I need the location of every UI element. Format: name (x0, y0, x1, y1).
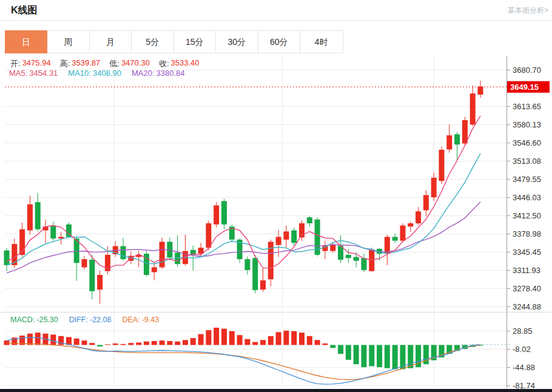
macd-bar (128, 343, 133, 345)
candle-body (152, 268, 157, 272)
macd-bar (369, 345, 374, 367)
price-axis-label: 3311.93 (513, 266, 540, 275)
price-axis-label: 3345.45 (513, 248, 541, 257)
macd-value: -25.30 (36, 316, 58, 324)
candle-body (330, 245, 335, 251)
candle-body (369, 250, 374, 271)
price-axis-label: 3446.03 (513, 193, 541, 202)
macd-bar (229, 331, 235, 345)
macd-bar (27, 334, 33, 345)
macd-axis-label: -8.02 (513, 345, 531, 354)
price-axis-label: 3546.60 (513, 138, 541, 147)
macd-bar (244, 339, 250, 345)
macd-bar (268, 336, 274, 345)
candle-body (35, 202, 41, 229)
high-value: 3539.87 (72, 58, 100, 69)
candle-body (221, 201, 227, 224)
macd-bar (198, 334, 204, 345)
macd-bar (82, 340, 87, 345)
macd-bar (291, 331, 297, 345)
macd-bar (121, 344, 126, 345)
macd-label: MACD: (10, 316, 35, 324)
macd-bar (35, 333, 41, 345)
macd-bar (214, 328, 219, 345)
macd-bar (346, 345, 351, 360)
ma20-value: 3380.84 (157, 69, 185, 78)
ma5-value: 3454.31 (29, 69, 58, 78)
candle-body (27, 204, 33, 231)
macd-bar (283, 331, 289, 345)
close-value: 3533.40 (171, 58, 200, 69)
current-price-text: 3649.15 (510, 83, 539, 92)
macd-bar (377, 345, 382, 368)
price-axis-label: 3680.70 (513, 66, 541, 75)
macd-bar (206, 330, 211, 345)
macd-bar (105, 345, 110, 345)
low-label: 低: (109, 58, 119, 69)
macd-bar (136, 342, 141, 345)
price-axis-label: 3580.13 (513, 120, 541, 129)
price-axis-label: 3613.65 (513, 102, 541, 111)
open-label: 开: (10, 58, 21, 69)
price-axis-label: 3278.40 (513, 284, 541, 293)
candle-body (462, 120, 468, 143)
candle-body (408, 223, 413, 226)
macd-bar (97, 345, 103, 346)
macd-bar (260, 340, 266, 345)
candle-body (97, 275, 103, 289)
candle-body (431, 178, 437, 197)
macd-bar (330, 345, 335, 348)
candle-body (291, 231, 297, 243)
candle-body (346, 255, 351, 258)
kline-page: K线图 基本面分析> 日周月5分15分30分60分4时 3680.703613.… (0, 0, 552, 392)
candle-body (276, 237, 281, 245)
candle-body (361, 258, 366, 270)
macd-bar (113, 343, 118, 345)
price-axis-label: 3479.55 (513, 175, 541, 184)
macd-axis-label: 28.85 (513, 326, 533, 336)
candle-body (252, 258, 258, 290)
ma10-label: MA10: (68, 69, 91, 78)
macd-bar (144, 342, 149, 345)
macd-bar (190, 338, 196, 345)
close-label: 收: (159, 58, 169, 69)
macd-bar (354, 345, 359, 365)
macd-bar (276, 332, 281, 345)
macd-bar (385, 345, 390, 368)
candle-body (470, 93, 476, 124)
candle-body (82, 259, 87, 267)
ma5-label: MA5: (9, 69, 27, 78)
ma20-label: MA20: (132, 69, 155, 78)
diff-label: DIFF: (69, 316, 88, 324)
candle-body (283, 231, 289, 239)
candle-body (50, 226, 56, 238)
bottom-scrollbar[interactable] (0, 389, 552, 392)
macd-bar (392, 345, 398, 370)
macd-bar (183, 340, 188, 345)
candle-body (354, 257, 359, 261)
macd-bar (307, 336, 312, 345)
ohlc-readout: 开:3475.94 高:3539.87 低:3470.30 收:3533.40 (10, 58, 200, 69)
macd-bar (315, 340, 320, 345)
macd-bar (221, 329, 227, 345)
macd-bar (152, 341, 157, 345)
dea-label: DEA: (122, 316, 140, 324)
candle-body (121, 246, 126, 259)
candle-body (89, 260, 95, 291)
macd-bar (237, 335, 243, 345)
macd-bar (322, 343, 328, 345)
macd-bar (167, 341, 172, 345)
macd-bar (252, 342, 258, 345)
candle-body (423, 195, 429, 210)
macd-bar (50, 334, 56, 345)
macd-bar (175, 342, 180, 345)
low-value: 3470.30 (121, 58, 150, 69)
candle-body (392, 237, 398, 240)
macd-bar (160, 340, 165, 345)
candle-body (454, 134, 460, 144)
open-value: 3475.94 (22, 58, 51, 69)
macd-bar (338, 345, 343, 354)
macd-bar (74, 339, 79, 345)
candle-body (268, 242, 274, 279)
diff-value: -22.08 (90, 316, 111, 324)
